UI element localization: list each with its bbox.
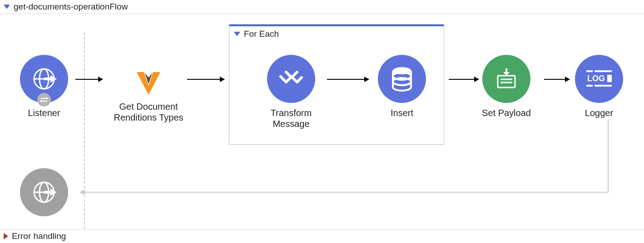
- triangle-down-icon: [4, 5, 10, 9]
- return-path-vertical: [608, 119, 609, 192]
- set-payload-label: Set Payload: [468, 107, 545, 118]
- arrow-transform-to-insert: [327, 79, 369, 80]
- insert-label: Insert: [363, 107, 441, 118]
- flow-header-row[interactable]: get-documents-operationFlow: [0, 0, 644, 14]
- logger-icon-circle: LOG: [575, 55, 623, 103]
- logger-node[interactable]: LOG Logger: [560, 55, 638, 118]
- svg-marker-6: [46, 97, 48, 100]
- response-icon-circle: [20, 168, 68, 216]
- svg-marker-8: [40, 100, 42, 102]
- database-icon: [390, 65, 414, 92]
- listener-node[interactable]: Listener: [5, 55, 83, 118]
- return-path-horizontal: [80, 192, 609, 193]
- set-payload-node[interactable]: Set Payload: [468, 55, 545, 118]
- logger-label: Logger: [560, 107, 638, 118]
- arrow-foreach-to-setpayload: [449, 79, 479, 80]
- swap-badge: [37, 93, 51, 107]
- arrow-listener-to-veeva: [75, 79, 103, 80]
- set-payload-icon: [493, 66, 520, 92]
- dataweave-icon: [278, 66, 304, 92]
- flow-canvas: For Each Listener: [0, 14, 644, 229]
- veeva-label: Get Document Renditions Types: [110, 101, 187, 123]
- globe-arrow-icon: [30, 179, 58, 206]
- veeva-v-icon: [135, 69, 162, 97]
- error-handling-header[interactable]: Error handling: [0, 229, 644, 243]
- svg-rect-24: [607, 75, 612, 82]
- set-payload-icon-circle: [482, 55, 530, 103]
- triangle-down-icon: [234, 32, 240, 36]
- transform-icon-circle: [267, 55, 315, 103]
- arrow-veeva-to-foreach: [187, 79, 224, 80]
- transform-node[interactable]: Transform Message: [253, 55, 330, 129]
- transform-label: Transform Message: [253, 107, 330, 129]
- source-divider: [84, 32, 85, 229]
- log-icon: LOG: [585, 68, 614, 90]
- scope-title-text: For Each: [244, 29, 279, 39]
- veeva-node[interactable]: Get Document Renditions Types: [110, 69, 187, 123]
- arrow-setpayload-to-logger: [544, 79, 570, 80]
- svg-rect-14: [498, 76, 515, 87]
- flow-title: get-documents-operationFlow: [14, 2, 128, 12]
- scope-title-row[interactable]: For Each: [229, 26, 444, 42]
- listener-label: Listener: [5, 107, 83, 118]
- source-response-node[interactable]: [5, 168, 83, 216]
- insert-icon-circle: [378, 55, 426, 103]
- listener-icon-circle: [20, 55, 68, 103]
- globe-arrow-icon: [30, 65, 58, 92]
- triangle-right-icon: [4, 233, 8, 239]
- error-handling-title: Error handling: [12, 231, 66, 241]
- swap-icon: [40, 96, 48, 104]
- insert-node[interactable]: Insert: [363, 55, 441, 118]
- svg-text:LOG: LOG: [587, 74, 605, 83]
